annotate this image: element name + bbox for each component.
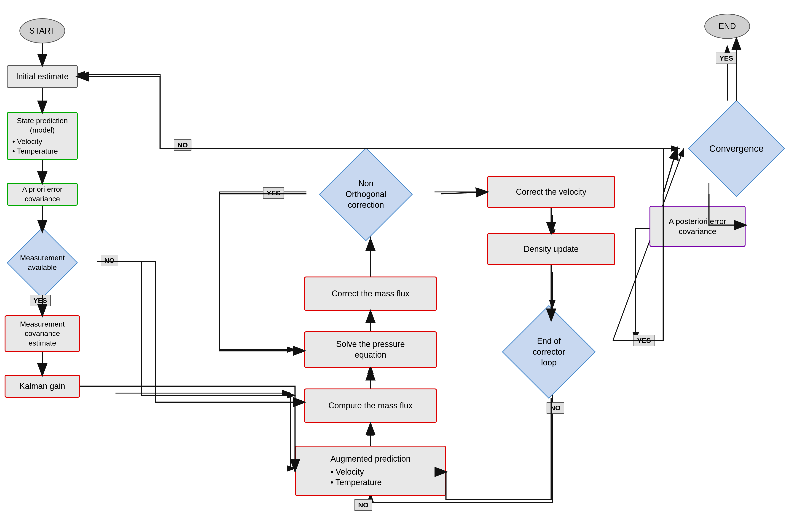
augmented-prediction-node: Augmented prediction • Velocity • Temper… [295,445,446,496]
kalman-gain-node: Kalman gain [4,375,80,398]
no-label-augmented: NO [354,499,372,511]
measurement-cov-node: Measurement covarianceestimate [4,315,80,352]
convergence-node: Convergence [672,100,801,196]
no-label-measurement: NO [100,255,118,266]
end-node: END [705,14,750,39]
yes-label-nonorthogonal: YES [263,187,284,199]
aposteriori-error-node: A posteriori errorcovariance [650,206,746,247]
correct-mass-flux-node: Correct the mass flux [304,277,437,311]
flowchart: START Initial estimate State prediction … [0,0,805,532]
non-orthogonal-node: NonOrthogonalcorrection [290,149,441,240]
correct-velocity-node: Correct the velocity [487,176,615,208]
no-label-corrector: NO [547,402,564,414]
compute-mass-flux-node: Compute the mass flux [304,388,437,423]
state-prediction-node: State prediction (model) • Velocity • Te… [7,112,78,160]
yes-label-convergence: YES [716,53,737,64]
measurement-available-node: Measurementavailable [0,231,85,295]
apriori-error-node: A priori error covariance [7,183,78,206]
density-update-node: Density update [487,233,615,265]
start-node: START [19,18,65,43]
no-label-convergence: NO [174,139,191,151]
end-corrector-loop-node: End ofcorrectorloop [469,306,629,398]
initial-estimate-node: Initial estimate [7,65,78,88]
yes-label-measurement: YES [30,295,51,306]
solve-pressure-node: Solve the pressureequation [304,331,437,368]
yes-label-corrector: YES [634,335,655,346]
